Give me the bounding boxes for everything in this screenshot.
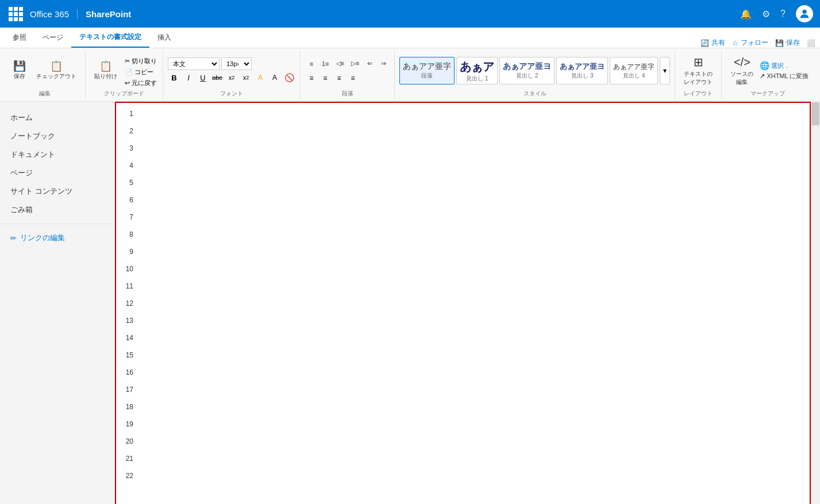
style-h1-main: あぁア [460, 59, 494, 75]
cut-button[interactable]: ✂ 切り取り [124, 56, 158, 66]
sidebar-item-recycle-bin[interactable]: ごみ箱 [0, 201, 114, 219]
strikethrough-button[interactable]: abc [211, 71, 224, 84]
sidebar-item-notebook[interactable]: ノートブック [0, 127, 114, 145]
paste-icon: 📋 [99, 61, 112, 71]
line-numbers: 12345678910111213141516171819202122 [115, 102, 138, 504]
translate-icon: 🌐 [760, 61, 769, 70]
style-paragraph-button[interactable]: あぁアア亜字 段落 [399, 57, 455, 84]
source-edit-button[interactable]: </> ソースの 編集 [726, 53, 757, 89]
outdent-button[interactable]: ◁≡ [333, 57, 347, 70]
line-number: 4 [116, 157, 138, 174]
font-size-select[interactable]: 13p› [221, 57, 252, 70]
style-h1-sub: 見出し 1 [466, 75, 488, 83]
share-icon: 🔄 [700, 39, 709, 47]
group-layout-label: レイアウト [680, 90, 717, 99]
copy-button[interactable]: 📄 コピー [124, 67, 158, 77]
save-icon: 💾 [775, 39, 784, 47]
line-number: 19 [116, 415, 138, 433]
group-paragraph-content: ≡ 1≡ ◁≡ ▷≡ ⇐ ⇒ ≡ ≡ ≡ ≡ [305, 53, 390, 89]
settings-icon[interactable]: ⚙ [762, 9, 770, 20]
align-right-button[interactable]: ≡ [333, 72, 345, 84]
ltr-button[interactable]: ⇒ [377, 57, 390, 70]
group-edit-content: 💾 保存 📋 チェックアウト [9, 53, 80, 89]
font-color-button[interactable]: A [268, 71, 281, 84]
text-content[interactable] [138, 102, 811, 504]
waffle-icon [9, 7, 23, 21]
line-number: 15 [116, 347, 138, 364]
markup-small-buttons: 🌐 選択． ↗ XHTML に変換 [760, 61, 809, 80]
bold-button[interactable]: B [168, 71, 180, 84]
help-icon[interactable]: ? [780, 9, 786, 19]
save-button[interactable]: 💾 保存 [9, 59, 30, 83]
group-clipboard-content: 📋 貼り付け ✂ 切り取り 📄 コピー ↩ 元に戻す [90, 53, 158, 89]
group-paragraph-label: 段落 [305, 90, 390, 99]
ordered-list-button[interactable]: 1≡ [319, 57, 332, 70]
text-layout-button[interactable]: ⊞ テキストの レイアウト [680, 53, 717, 89]
line-number: 10 [116, 260, 138, 278]
line-number: 5 [116, 174, 138, 191]
clipboard-small-buttons: ✂ 切り取り 📄 コピー ↩ 元に戻す [124, 56, 158, 88]
follow-action[interactable]: ☆ フォロー [732, 38, 768, 48]
style-paragraph-main: あぁアア亜字 [403, 61, 451, 72]
group-markup-content: </> ソースの 編集 🌐 選択． ↗ XHTML に変換 [726, 53, 809, 89]
scrollbar[interactable] [811, 102, 820, 504]
highlight-button[interactable]: A [254, 71, 267, 84]
underline-button[interactable]: U [197, 71, 209, 84]
styles-more-button[interactable]: ▾ [660, 57, 670, 84]
svg-point-0 [802, 10, 806, 14]
checkout-icon: 📋 [50, 61, 63, 71]
font-controls: 本文 13p› B I U abc x2 x2 A A 🚫 [168, 57, 295, 84]
sidebar-item-site-contents[interactable]: サイト コンテンツ [0, 182, 114, 201]
save-btn-icon: 💾 [13, 61, 26, 71]
line-number: 2 [116, 122, 138, 140]
align-left-button[interactable]: ≡ [305, 72, 318, 84]
tab-reference[interactable]: 参照 [5, 28, 34, 48]
tab-text-format[interactable]: テキストの書式設定 [71, 28, 149, 48]
xhtml-label[interactable]: XHTML に変換 [767, 72, 809, 80]
clear-format-button[interactable]: 🚫 [283, 71, 295, 84]
superscript-button[interactable]: x2 [240, 71, 252, 84]
text-layout-label: テキストの レイアウト [684, 70, 713, 86]
style-paragraph-sub: 段落 [421, 72, 433, 80]
style-heading4-button[interactable]: あぁアア亜字 見出し 4 [610, 57, 658, 84]
product-name: SharePoint [86, 9, 740, 19]
scrollbar-thumb[interactable] [811, 102, 819, 125]
sidebar-item-home[interactable]: ホーム [0, 109, 114, 127]
para-group: ≡ 1≡ ◁≡ ▷≡ ⇐ ⇒ ≡ ≡ ≡ ≡ [305, 57, 390, 84]
align-center-button[interactable]: ≡ [319, 72, 332, 84]
edit-links-button[interactable]: ✏ リンクの編集 [0, 229, 114, 247]
popout-action[interactable]: ⬜ [807, 39, 815, 47]
style-heading2-button[interactable]: あぁアア亜ヨ 見出し 2 [499, 57, 555, 84]
italic-button[interactable]: I [182, 71, 195, 84]
line-number: 17 [116, 381, 138, 398]
sidebar-item-documents[interactable]: ドキュメント [0, 145, 114, 164]
undo-button[interactable]: ↩ 元に戻す [124, 78, 158, 88]
share-action[interactable]: 🔄 共有 [700, 38, 725, 48]
ribbon-tabs: 参照 ページ テキストの書式設定 挿入 🔄 共有 ☆ フォロー 💾 保存 ⬜ [0, 28, 820, 48]
rtl-button[interactable]: ⇐ [363, 57, 376, 70]
style-heading1-button[interactable]: あぁア 見出し 1 [456, 57, 498, 84]
styles-group-content: あぁアア亜字 段落 あぁア 見出し 1 あぁアア亜ヨ 見出し 2 あぁアア亜ヨ … [399, 53, 670, 89]
line-number: 21 [116, 450, 138, 467]
save-action[interactable]: 💾 保存 [775, 38, 800, 48]
indent-button[interactable]: ▷≡ [348, 57, 362, 70]
user-avatar[interactable] [796, 5, 813, 22]
top-navigation: Office 365 SharePoint 🔔 ⚙ ? [0, 0, 820, 28]
style-heading3-button[interactable]: あぁアア亜ヨ 見出し 3 [556, 57, 608, 84]
unordered-list-button[interactable]: ≡ [305, 57, 318, 70]
subscript-button[interactable]: x2 [225, 71, 238, 84]
waffle-menu[interactable] [7, 5, 24, 22]
line-number: 9 [116, 243, 138, 260]
tab-insert[interactable]: 挿入 [149, 28, 179, 48]
bell-icon[interactable]: 🔔 [740, 9, 752, 20]
paste-button[interactable]: 📋 貼り付け [90, 59, 121, 83]
align-justify-button[interactable]: ≡ [347, 72, 359, 84]
checkout-button[interactable]: 📋 チェックアウト [32, 59, 80, 83]
copy-icon: 📄 [125, 68, 133, 76]
select-label[interactable]: 選択． [771, 61, 790, 70]
font-name-select[interactable]: 本文 [168, 57, 220, 70]
tab-page[interactable]: ページ [34, 28, 71, 48]
group-markup-label: マークアップ [726, 90, 809, 99]
sidebar-item-pages[interactable]: ページ [0, 164, 114, 182]
group-styles: あぁアア亜字 段落 あぁア 見出し 1 あぁアア亜ヨ 見出し 2 あぁアア亜ヨ … [395, 51, 675, 99]
